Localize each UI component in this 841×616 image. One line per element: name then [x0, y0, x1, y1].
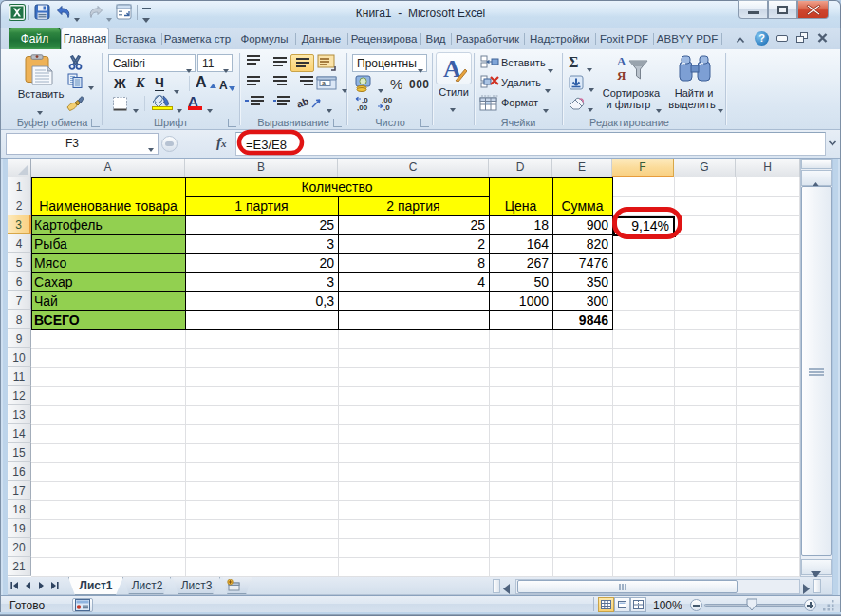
svg-text:,0: ,0: [383, 103, 390, 111]
svg-text:А: А: [617, 54, 626, 68]
svg-text:ab: ab: [297, 95, 310, 109]
svg-text:Я: Я: [617, 68, 626, 83]
svg-text:a: a: [322, 80, 326, 86]
svg-text:,00: ,00: [357, 103, 368, 111]
